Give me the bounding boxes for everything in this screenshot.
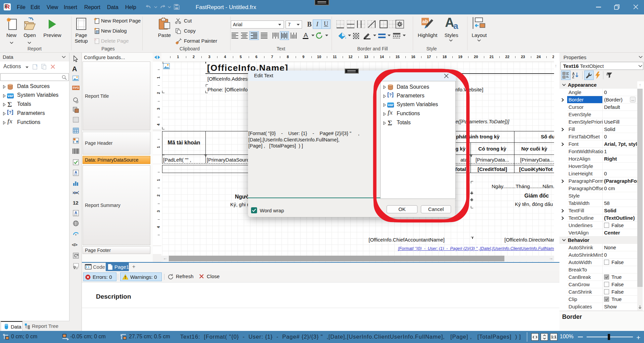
- svg-text:A: A: [75, 211, 77, 215]
- svg-text:12: 12: [73, 200, 79, 206]
- svg-text:A: A: [75, 170, 77, 174]
- svg-text:Z: Z: [572, 75, 574, 79]
